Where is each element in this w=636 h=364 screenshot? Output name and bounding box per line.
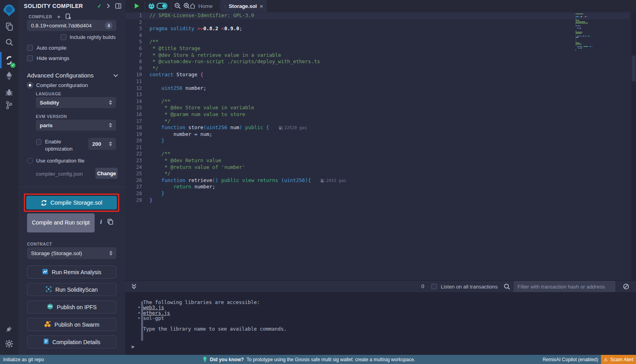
language-label: LANGUAGE bbox=[36, 91, 61, 96]
code-line[interactable]: 20 } bbox=[125, 137, 346, 144]
git-init-status[interactable]: Initialize as git repo bbox=[3, 357, 44, 362]
code-line[interactable]: 18 function store(uint256 num) public {2… bbox=[125, 124, 346, 131]
evm-version-label: EVM VERSION bbox=[36, 114, 67, 119]
editor-scrollbar-track[interactable] bbox=[631, 12, 636, 280]
version-stepper-icon[interactable] bbox=[105, 22, 112, 29]
code-line[interactable]: 25 */ bbox=[125, 170, 346, 177]
code-line[interactable]: 27 return number; bbox=[125, 184, 346, 190]
code-line[interactable]: 12 uint256 number; bbox=[125, 85, 346, 92]
pin-panel-icon[interactable] bbox=[115, 3, 121, 9]
search-icon[interactable] bbox=[0, 37, 18, 47]
code-line[interactable]: 24 * @return value of 'number' bbox=[125, 164, 346, 171]
tab-storage-sol[interactable]: Storage.sol × bbox=[221, 0, 267, 12]
line-number: 8 bbox=[125, 58, 149, 65]
clear-console-icon[interactable] bbox=[623, 283, 629, 290]
evm-version-select[interactable]: paris bbox=[36, 120, 116, 131]
code-line[interactable]: 4 bbox=[125, 32, 346, 39]
code-line[interactable]: 28 } bbox=[125, 190, 346, 197]
terminal-prompt[interactable]: > bbox=[131, 344, 134, 350]
import-compiler-icon[interactable] bbox=[65, 14, 71, 19]
info-icon[interactable]: i bbox=[100, 219, 102, 225]
code-line[interactable]: 11 bbox=[125, 78, 346, 85]
run-solidityscan-button[interactable]: Run SolidityScan bbox=[27, 283, 116, 296]
compiler-config-label: Compiler configuration bbox=[36, 82, 88, 88]
code-line[interactable]: 5/** bbox=[125, 39, 346, 45]
plugin-manager-icon[interactable] bbox=[0, 324, 18, 334]
editor-scrollbar-thumb[interactable] bbox=[632, 56, 636, 81]
code-line[interactable]: 16 * @param num value to store bbox=[125, 111, 346, 118]
code-line[interactable]: 14 /** bbox=[125, 98, 346, 105]
code-line[interactable]: 22 /** bbox=[125, 151, 346, 157]
code-line[interactable]: 7 * @dev Store & retrieve value in a var… bbox=[125, 52, 346, 59]
tab-home[interactable]: Home bbox=[190, 0, 213, 12]
compile-button-highlight-annotation: Compile Storage.sol bbox=[24, 194, 119, 212]
code-line[interactable]: 9 */ bbox=[125, 65, 346, 72]
listen-all-transactions-checkbox[interactable] bbox=[431, 284, 437, 289]
hide-warnings-checkbox[interactable] bbox=[27, 55, 33, 61]
details-icon bbox=[43, 338, 49, 346]
compiler-version-select[interactable]: 0.8.19+commit.7dd6d404 bbox=[27, 20, 116, 31]
run-script-play-icon[interactable] bbox=[134, 3, 140, 9]
line-number: 3 bbox=[125, 25, 149, 32]
contract-value: Storage (Storage.sol) bbox=[31, 250, 109, 256]
code-line[interactable]: 29} bbox=[125, 197, 346, 204]
nightly-builds-checkbox[interactable] bbox=[60, 34, 66, 40]
language-select[interactable]: Solidity bbox=[36, 97, 116, 108]
line-text: contract Storage { bbox=[149, 72, 203, 78]
git-icon[interactable] bbox=[0, 100, 18, 110]
debugger-icon[interactable] bbox=[0, 87, 18, 97]
terminal-search-icon[interactable] bbox=[504, 283, 510, 290]
terminal-collapse-icon[interactable] bbox=[131, 283, 137, 290]
advanced-config-toggle[interactable]: Advanced Configurations bbox=[27, 72, 118, 79]
forward-chevron-icon[interactable] bbox=[107, 3, 110, 9]
file-explorer-icon[interactable] bbox=[0, 21, 18, 32]
zoom-out-icon[interactable] bbox=[174, 2, 181, 10]
code-editor[interactable]: 1// SPDX-License-Identifier: GPL-3.023pr… bbox=[125, 12, 636, 280]
code-line[interactable]: 2 bbox=[125, 19, 346, 26]
remix-logo-icon[interactable] bbox=[0, 3, 18, 18]
code-line[interactable]: 26 function retrieve() public view retur… bbox=[125, 177, 346, 184]
copilot-toggle[interactable] bbox=[157, 3, 167, 9]
solidity-compiler-icon[interactable]: ✓ bbox=[0, 54, 18, 66]
code-line[interactable]: 17 */ bbox=[125, 118, 346, 125]
copy-icon[interactable] bbox=[107, 219, 113, 225]
code-line[interactable]: 10contract Storage { bbox=[125, 72, 346, 78]
publish-on-swarm-button[interactable]: Publish on Swarm bbox=[27, 318, 116, 331]
compile-and-run-button[interactable]: Compile and Run script bbox=[27, 213, 95, 232]
tab-close-icon[interactable]: × bbox=[260, 3, 263, 10]
add-compiler-icon[interactable]: + bbox=[57, 13, 60, 20]
publish-on-ipfs-button[interactable]: IPFSPublish on IPFS bbox=[27, 300, 116, 314]
contract-select[interactable]: Storage (Storage.sol) bbox=[27, 247, 116, 259]
change-config-button[interactable]: Change bbox=[95, 168, 118, 179]
code-line[interactable]: 21 bbox=[125, 144, 346, 151]
code-line[interactable]: 6 * @title Storage bbox=[125, 45, 346, 52]
code-line[interactable]: 1// SPDX-License-Identifier: GPL-3.0 bbox=[125, 12, 346, 19]
panel-scrollbar-thumb[interactable] bbox=[141, 301, 143, 341]
code-line[interactable]: 23 * @dev Return value bbox=[125, 157, 346, 164]
code-content: 1// SPDX-License-Identifier: GPL-3.023pr… bbox=[125, 12, 346, 203]
optimization-runs-input[interactable]: 200 bbox=[88, 138, 116, 150]
run-remix-analysis-button[interactable]: Run Remix Analysis bbox=[27, 265, 116, 279]
compiler-config-radio[interactable] bbox=[27, 82, 33, 88]
code-line[interactable]: 13 bbox=[125, 91, 346, 98]
use-config-file-radio[interactable] bbox=[27, 158, 33, 164]
code-line[interactable]: 19 number = num; bbox=[125, 131, 346, 138]
minimap[interactable] bbox=[576, 14, 631, 52]
terminal-line bbox=[138, 321, 287, 326]
transaction-filter-input[interactable] bbox=[514, 281, 615, 292]
settings-gear-icon[interactable] bbox=[0, 339, 18, 349]
tab-bar: Home Storage.sol × bbox=[125, 0, 636, 12]
compile-button[interactable]: Compile Storage.sol bbox=[26, 196, 117, 209]
code-line[interactable]: 3pragma solidity >=0.8.2 <0.9.0; bbox=[125, 25, 346, 32]
compilation-details-button[interactable]: Compilation Details bbox=[27, 335, 116, 349]
copilot-status[interactable]: RemixAI Copilot (enabled) bbox=[543, 357, 598, 362]
auto-compile-checkbox[interactable] bbox=[27, 45, 33, 51]
deploy-run-icon[interactable] bbox=[0, 71, 18, 81]
ai-assistant-robot-icon[interactable] bbox=[147, 2, 155, 10]
code-line[interactable]: 15 * @dev Store value in variable bbox=[125, 105, 346, 111]
scam-alert-button[interactable]: ⚠ Scam Alert bbox=[601, 355, 636, 364]
enable-optimization-checkbox[interactable] bbox=[36, 139, 41, 145]
compile-button-label: Compile Storage.sol bbox=[50, 199, 103, 206]
code-line[interactable]: 8 * @custom:dev-run-script ./scripts/dep… bbox=[125, 58, 346, 65]
compiled-check-icon: ✓ bbox=[97, 3, 102, 9]
